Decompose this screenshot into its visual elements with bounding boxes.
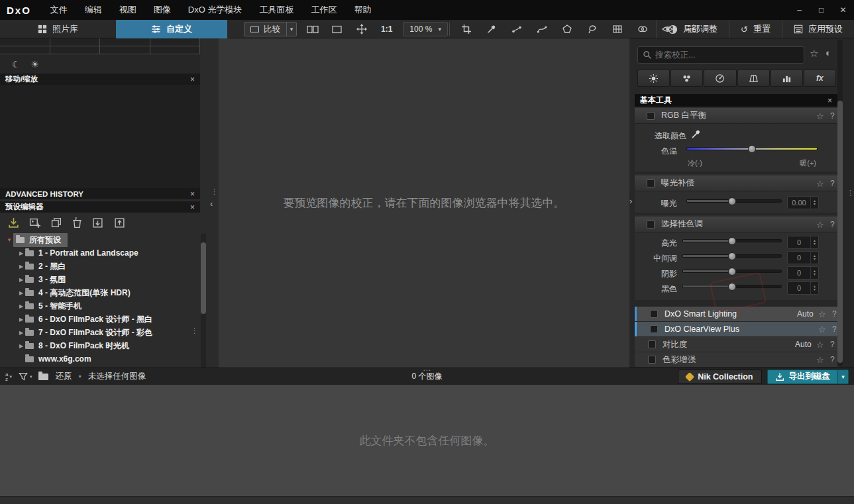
folder-source-button[interactable] [38,374,48,380]
midtones-slider[interactable] [682,254,782,258]
collapse-left-panel-icon[interactable]: ‹ [210,199,213,209]
move-zoom-palette-header[interactable]: 移动/缩放 × [0,74,200,85]
close-button[interactable]: ✕ [832,0,854,20]
crop-tool-button[interactable] [457,21,475,37]
spinner-arrows[interactable]: ▴▾ [810,267,818,279]
blacks-slider[interactable] [682,285,782,288]
tree-collapsed-icon[interactable]: ▶ [17,277,25,283]
tree-collapsed-icon[interactable]: ▶ [17,290,25,296]
pan-tool-button[interactable] [352,21,370,37]
star-icon[interactable]: ☆ [818,325,826,334]
star-icon[interactable]: ☆ [816,355,824,365]
tree-collapsed-icon[interactable]: ▶ [17,250,25,256]
preset-export-icon[interactable] [114,217,125,228]
help-icon[interactable]: ? [830,111,835,121]
smart-lighting-mode[interactable]: Auto [797,309,814,319]
apply-preset-button[interactable]: 应用预设 [782,20,854,38]
menu-item-image[interactable]: 图像 [145,0,180,20]
filter-button[interactable]: ▾ [19,372,32,381]
preset-root-selected[interactable]: 所有预设 [13,233,68,247]
temperature-slider[interactable] [686,147,818,150]
preset-duplicate-icon[interactable] [51,217,62,228]
preset-folder-row[interactable]: ▶4 - 高动态范围(单张 HDR) [0,286,199,299]
geometry-tab[interactable] [737,70,770,87]
preset-apply-icon[interactable] [8,217,19,228]
right-panel-scrollbar[interactable] [837,40,843,366]
close-icon[interactable]: × [190,75,195,84]
panel-resize-grip[interactable]: ⋮ [191,327,198,334]
menu-item-palettes[interactable]: 工具面板 [250,0,302,20]
slider-knob[interactable] [728,252,736,260]
slider-knob[interactable] [748,145,756,153]
collapse-right-panel-icon[interactable]: › [629,196,632,206]
favorites-filter-icon[interactable]: ☆ [810,48,818,60]
divider-grip[interactable]: ⋮ [847,189,854,196]
star-icon[interactable]: ☆ [816,111,824,121]
preset-tree-scrollbar[interactable] [201,233,206,368]
menu-item-workspace[interactable]: 工作区 [302,0,345,20]
fx-tab[interactable]: fx [804,70,836,87]
star-icon[interactable]: ☆ [816,179,824,189]
color-tab[interactable] [670,70,703,87]
preset-folder-row[interactable]: www.x6g.com [0,352,199,366]
preset-folder-row[interactable]: ▶3 - 氛围 [0,273,199,286]
spinner-arrows[interactable]: ▴▾ [810,282,818,294]
compare-button[interactable]: 比较 ▾ [244,22,297,36]
preset-root-row[interactable]: ▼ 所有预设 [0,233,199,246]
preset-folder-row[interactable]: ▶1 - Portrait and Landscape [0,246,199,260]
slider-knob[interactable] [728,197,736,205]
search-corrections-input[interactable] [655,50,804,60]
shadow-clipping-icon[interactable]: ☾ [12,59,21,70]
preset-folder-row[interactable]: ▶6 - DxO FilmPack 设计师 - 黑白 [0,313,199,326]
local-adjustments-tab[interactable] [771,70,803,87]
menu-item-file[interactable]: 文件 [42,0,76,20]
nik-collection-button[interactable]: Nik Collection [678,370,761,384]
export-to-disk-button[interactable]: 导出到磁盘 ▾ [767,370,849,384]
tree-collapsed-icon[interactable]: ▶ [17,264,25,270]
preset-delete-icon[interactable] [72,217,83,228]
close-icon[interactable]: × [190,189,195,199]
light-tab[interactable] [637,70,670,87]
left-panel-divider[interactable]: ⋮ ‹ [207,38,219,368]
star-icon[interactable]: ☆ [818,309,826,319]
curve-points-tool-button[interactable] [533,21,551,37]
help-icon[interactable]: ? [830,220,835,229]
tree-collapsed-icon[interactable]: ▶ [17,303,25,309]
spinner-arrows[interactable]: ▴▾ [810,252,818,264]
reset-button[interactable]: ↺ 重置 [729,20,782,38]
contrast-row[interactable]: 对比度 Auto ☆ ? [635,337,837,352]
freehand-tool-button[interactable] [583,21,601,37]
tree-collapsed-icon[interactable]: ▶ [17,317,25,323]
help-icon[interactable]: ? [830,340,835,349]
exposure-value-spinner[interactable]: 0.00 ▴▾ [787,196,819,209]
shadows-value-spinner[interactable]: 0▴▾ [787,266,819,279]
close-icon[interactable]: × [827,96,832,105]
close-icon[interactable]: × [190,203,195,212]
midtones-value-spinner[interactable]: 0▴▾ [787,251,819,264]
repair-tool-button[interactable] [633,21,651,37]
slider-knob[interactable] [728,237,736,245]
highlights-value-spinner[interactable]: 0▴▾ [787,236,819,249]
help-icon[interactable]: ? [830,355,835,364]
help-icon[interactable]: ? [830,179,835,188]
color-rendering-row[interactable]: 色彩增强 ☆ ? [635,352,837,367]
detail-tab[interactable] [704,70,736,87]
single-view-button[interactable] [328,21,346,37]
contrast-mode[interactable]: Auto [795,340,812,349]
compare-dropdown[interactable]: ▾ [286,23,296,36]
help-icon[interactable]: ? [832,325,837,334]
horizon-tool-button[interactable] [507,21,525,37]
preset-folder-row[interactable]: ▶5 - 智能手机 [0,299,199,313]
color-picker-tool-button[interactable] [482,21,500,37]
selective-tone-checkbox[interactable] [647,221,655,228]
tree-expanded-icon[interactable]: ▼ [5,237,13,243]
star-icon[interactable]: ☆ [816,340,824,350]
polygon-tool-button[interactable] [558,21,576,37]
tab-customize[interactable]: 自定义 [116,20,227,38]
perspective-tool-button[interactable] [608,21,626,37]
sort-button[interactable]: az ▾ [5,372,12,381]
clearview-plus-checkbox[interactable] [650,325,658,333]
tab-photolibrary[interactable]: 照片库 [0,20,116,38]
exposure-header[interactable]: 曝光补偿 ☆ ? [635,176,837,191]
smart-lighting-checkbox[interactable] [650,310,658,318]
